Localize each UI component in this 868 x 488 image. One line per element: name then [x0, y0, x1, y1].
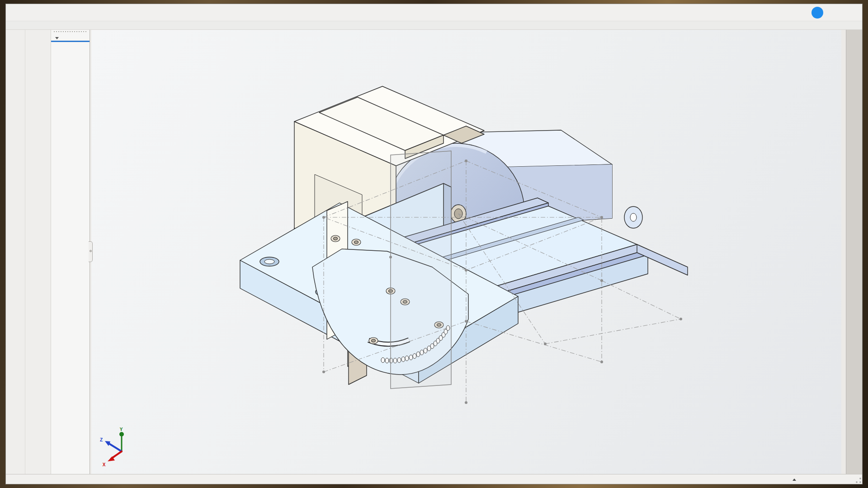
triad-x-label: X [103, 462, 106, 467]
main-area: Y Z X [6, 30, 862, 474]
reference-geometry-toolbar [6, 30, 25, 474]
tree-splitter-grip[interactable] [89, 241, 93, 262]
model-sketch-plane [391, 151, 451, 389]
rollback-bar[interactable] [51, 41, 90, 42]
triad-y-label: Y [120, 427, 123, 432]
origin-triad: Y Z X [97, 427, 142, 469]
ribbon-tab-bar [6, 21, 862, 30]
panel-drag-handle[interactable] [54, 31, 87, 33]
graphics-viewport[interactable]: Y Z X [91, 30, 841, 474]
feature-manager-tree [51, 30, 90, 474]
triad-z-label: Z [100, 437, 103, 442]
solidworks-window: Y Z X [5, 4, 863, 484]
model-canvas [233, 68, 712, 432]
status-bar [6, 474, 862, 484]
units-dropdown-arrow[interactable] [793, 479, 796, 481]
avatar[interactable] [811, 7, 823, 19]
filter-dropdown-arrow[interactable] [55, 37, 59, 39]
assembly-toolbar [25, 30, 51, 474]
title-bar [6, 4, 862, 21]
tree-filter-row [53, 37, 90, 39]
titlebar-right-tools [803, 7, 858, 19]
task-pane [846, 30, 862, 474]
resize-grip[interactable] [855, 477, 862, 483]
units-selector[interactable] [786, 476, 796, 482]
